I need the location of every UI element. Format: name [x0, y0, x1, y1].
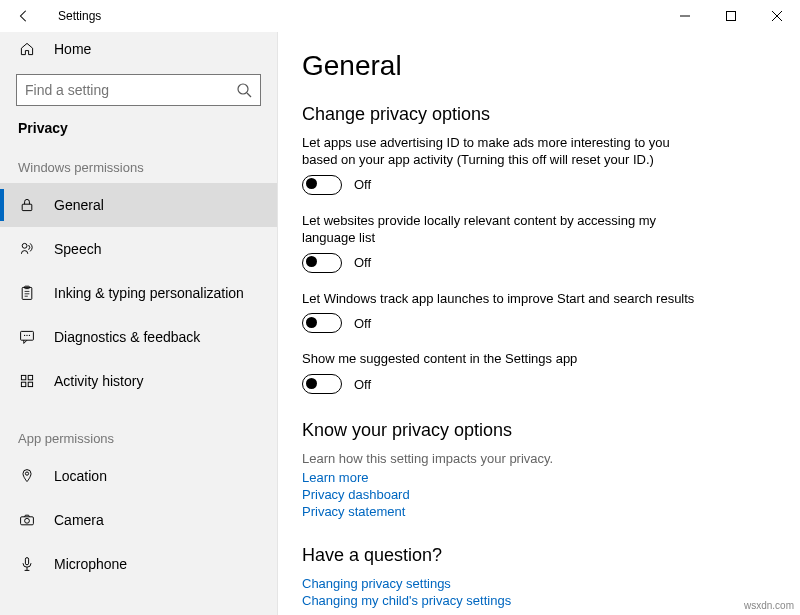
option-language-list: Let websites provide locally relevant co… — [302, 213, 776, 273]
microphone-icon — [18, 555, 36, 573]
svg-point-14 — [24, 335, 25, 336]
clipboard-icon — [18, 284, 36, 302]
svg-rect-8 — [22, 287, 32, 299]
search-box[interactable] — [16, 74, 261, 106]
sidebar-item-location[interactable]: Location — [0, 454, 277, 498]
svg-point-16 — [29, 335, 30, 336]
home-label: Home — [54, 41, 91, 57]
lock-icon — [18, 196, 36, 214]
nav-windows-permissions: General Speech Inking & typing personali… — [0, 183, 277, 403]
location-icon — [18, 467, 36, 485]
sidebar-item-inking[interactable]: Inking & typing personalization — [0, 271, 277, 315]
nav-app-permissions: Location Camera Microphone — [0, 454, 277, 586]
sidebar-item-speech[interactable]: Speech — [0, 227, 277, 271]
svg-point-4 — [238, 84, 248, 94]
minimize-button[interactable] — [662, 0, 708, 32]
search-input[interactable] — [25, 82, 236, 98]
svg-rect-17 — [21, 375, 25, 379]
home-icon — [18, 40, 36, 58]
toggle-language-list[interactable] — [302, 253, 342, 273]
option-desc: Let websites provide locally relevant co… — [302, 213, 702, 247]
sidebar-item-label: Speech — [54, 241, 101, 257]
search-icon — [236, 82, 252, 98]
sidebar-item-activity[interactable]: Activity history — [0, 359, 277, 403]
maximize-icon — [726, 11, 736, 21]
know-subtext: Learn how this setting impacts your priv… — [302, 451, 776, 466]
toggle-state: Off — [354, 255, 371, 270]
link-changing-privacy[interactable]: Changing privacy settings — [302, 576, 776, 591]
home-button[interactable]: Home — [0, 32, 277, 66]
svg-rect-19 — [21, 382, 25, 386]
option-app-launches: Let Windows track app launches to improv… — [302, 291, 776, 334]
svg-rect-6 — [22, 204, 32, 210]
svg-point-15 — [26, 335, 27, 336]
activity-icon — [18, 372, 36, 390]
back-button[interactable] — [10, 2, 38, 30]
sidebar-item-label: Diagnostics & feedback — [54, 329, 200, 345]
option-suggested-content: Show me suggested content in the Setting… — [302, 351, 776, 394]
sidebar-item-general[interactable]: General — [0, 183, 277, 227]
maximize-button[interactable] — [708, 0, 754, 32]
close-button[interactable] — [754, 0, 800, 32]
option-desc: Let apps use advertising ID to make ads … — [302, 135, 702, 169]
arrow-left-icon — [17, 9, 31, 23]
svg-point-7 — [22, 243, 27, 248]
svg-rect-18 — [28, 375, 32, 379]
sidebar: Home Privacy Windows permissions General — [0, 32, 278, 615]
minimize-icon — [680, 11, 690, 21]
question-heading: Have a question? — [302, 545, 776, 566]
sidebar-item-label: Microphone — [54, 556, 127, 572]
toggle-advertising-id[interactable] — [302, 175, 342, 195]
option-advertising-id: Let apps use advertising ID to make ads … — [302, 135, 776, 195]
toggle-app-launches[interactable] — [302, 313, 342, 333]
camera-icon — [18, 511, 36, 529]
close-icon — [772, 11, 782, 21]
sidebar-item-label: Activity history — [54, 373, 143, 389]
content-pane: General Change privacy options Let apps … — [278, 32, 800, 615]
sidebar-item-label: Camera — [54, 512, 104, 528]
svg-line-5 — [247, 93, 251, 97]
svg-rect-20 — [28, 382, 32, 386]
link-privacy-statement[interactable]: Privacy statement — [302, 504, 776, 519]
section-heading: Change privacy options — [302, 104, 776, 125]
section-label: Privacy — [0, 114, 277, 152]
window-title: Settings — [58, 9, 101, 23]
sidebar-item-label: Inking & typing personalization — [54, 285, 244, 301]
group-windows-permissions: Windows permissions — [0, 152, 277, 183]
know-heading: Know your privacy options — [302, 420, 776, 441]
svg-point-23 — [25, 518, 30, 523]
toggle-state: Off — [354, 377, 371, 392]
titlebar: Settings — [0, 0, 800, 32]
toggle-suggested-content[interactable] — [302, 374, 342, 394]
question-section: Have a question? Changing privacy settin… — [302, 545, 776, 608]
sidebar-item-diagnostics[interactable]: Diagnostics & feedback — [0, 315, 277, 359]
option-desc: Show me suggested content in the Setting… — [302, 351, 702, 368]
svg-rect-24 — [25, 558, 28, 565]
option-desc: Let Windows track app launches to improv… — [302, 291, 702, 308]
link-privacy-dashboard[interactable]: Privacy dashboard — [302, 487, 776, 502]
group-app-permissions: App permissions — [0, 423, 277, 454]
toggle-state: Off — [354, 316, 371, 331]
speech-icon — [18, 240, 36, 258]
page-title: General — [302, 50, 776, 82]
know-section: Know your privacy options Learn how this… — [302, 420, 776, 519]
sidebar-item-label: General — [54, 197, 104, 213]
svg-point-21 — [25, 472, 28, 475]
sidebar-item-camera[interactable]: Camera — [0, 498, 277, 542]
sidebar-item-microphone[interactable]: Microphone — [0, 542, 277, 586]
sidebar-item-label: Location — [54, 468, 107, 484]
watermark: wsxdn.com — [744, 600, 794, 611]
svg-rect-1 — [727, 12, 736, 21]
toggle-state: Off — [354, 177, 371, 192]
link-child-privacy[interactable]: Changing my child's privacy settings — [302, 593, 776, 608]
link-learn-more[interactable]: Learn more — [302, 470, 776, 485]
feedback-icon — [18, 328, 36, 346]
